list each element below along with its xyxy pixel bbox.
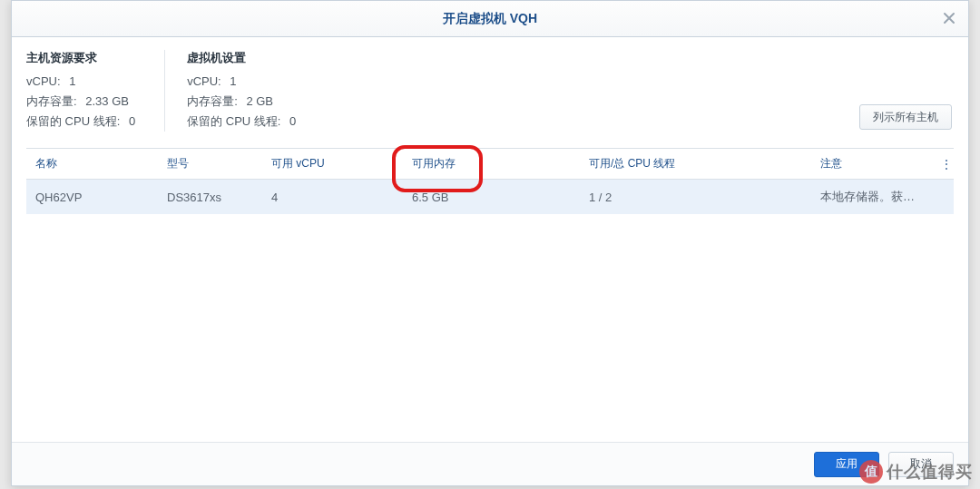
host-reserved-row: 保留的 CPU 线程: 0 [26,112,135,132]
vm-mem-value: 2 GB [246,92,273,112]
col-header-more-icon[interactable]: ⋮ [932,149,954,180]
host-vcpu-value: 1 [69,72,75,92]
dialog-footer: 应用 取消 [12,442,968,485]
cell-vcpu: 4 [262,180,403,215]
dialog-header: 开启虚拟机 VQH [12,1,968,37]
apply-button[interactable]: 应用 [814,452,879,477]
col-header-name[interactable]: 名称 [26,149,158,180]
vm-reserved-label: 保留的 CPU 线程: [187,112,280,132]
host-mem-row: 内存容量: 2.33 GB [26,92,135,112]
col-header-model[interactable]: 型号 [158,149,262,180]
cell-name: QH62VP [26,180,158,215]
dialog-window: 开启虚拟机 VQH 主机资源要求 vCPU: 1 内存容量: 2.33 GB 保… [11,0,969,486]
host-mem-value: 2.33 GB [85,92,129,112]
vm-settings-block: 虚拟机设置 vCPU: 1 内存容量: 2 GB 保留的 CPU 线程: 0 [164,50,325,132]
cell-threads: 1 / 2 [580,180,811,215]
dialog-body: 主机资源要求 vCPU: 1 内存容量: 2.33 GB 保留的 CPU 线程:… [12,37,968,442]
vm-vcpu-label: vCPU: [187,72,221,92]
cell-note: 本地存储器。获得... [811,180,932,215]
vm-settings-heading: 虚拟机设置 [187,50,296,66]
host-reserved-label: 保留的 CPU 线程: [26,112,120,132]
col-header-mem[interactable]: 可用内存 [403,149,580,180]
dialog-title: 开启虚拟机 VQH [443,11,537,27]
resource-summary: 主机资源要求 vCPU: 1 内存容量: 2.33 GB 保留的 CPU 线程:… [26,50,954,132]
cell-mem: 6.5 GB [403,180,580,215]
hosts-table: 名称 型号 可用 vCPU 可用内存 可用/总 CPU 线程 注意 ⋮ QH62… [26,148,954,214]
vm-vcpu-value: 1 [230,72,236,92]
hosts-table-wrap: 名称 型号 可用 vCPU 可用内存 可用/总 CPU 线程 注意 ⋮ QH62… [26,148,954,442]
cancel-button[interactable]: 取消 [888,452,954,477]
host-vcpu-label: vCPU: [26,72,61,92]
close-icon[interactable] [941,10,957,26]
vm-vcpu-row: vCPU: 1 [187,72,296,92]
table-row[interactable]: QH62VP DS3617xs 4 6.5 GB 1 / 2 本地存储器。获得.… [26,180,954,215]
host-requirements-block: 主机资源要求 vCPU: 1 内存容量: 2.33 GB 保留的 CPU 线程:… [26,50,164,132]
vm-reserved-value: 0 [289,112,296,132]
table-header-row: 名称 型号 可用 vCPU 可用内存 可用/总 CPU 线程 注意 ⋮ [26,149,954,180]
cell-empty [932,180,954,215]
host-vcpu-row: vCPU: 1 [26,72,135,92]
vm-mem-row: 内存容量: 2 GB [187,92,296,112]
vm-mem-label: 内存容量: [187,92,238,112]
list-all-hosts-button[interactable]: 列示所有主机 [859,104,952,130]
col-header-vcpu[interactable]: 可用 vCPU [262,149,403,180]
col-header-note[interactable]: 注意 [811,149,932,180]
cell-model: DS3617xs [158,180,262,215]
host-mem-label: 内存容量: [26,92,77,112]
host-requirements-heading: 主机资源要求 [26,50,135,66]
host-reserved-value: 0 [129,112,135,132]
vm-reserved-row: 保留的 CPU 线程: 0 [187,112,296,132]
col-header-threads[interactable]: 可用/总 CPU 线程 [580,149,811,180]
